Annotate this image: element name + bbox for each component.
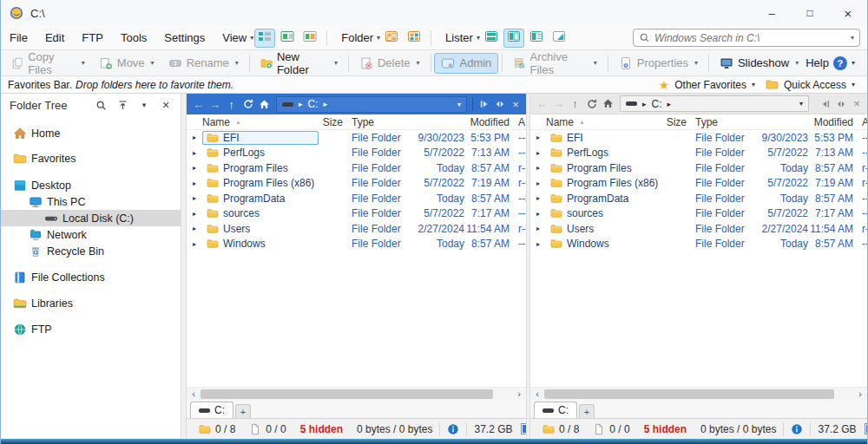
table-row-perflogs[interactable]: ▸ PerfLogs File Folder 5/7/2022 7:13 AM … (530, 146, 867, 161)
breadcrumb[interactable]: ▸ C: ▸ ▾ (276, 96, 467, 113)
breadcrumb-drive-label[interactable]: C: (308, 98, 319, 110)
minimize-button[interactable]: – (753, 0, 791, 26)
close-pane-icon[interactable]: × (509, 97, 523, 111)
view-button-view-tiles-icon[interactable] (299, 29, 320, 48)
forward-icon[interactable]: → (550, 95, 567, 112)
column-name[interactable]: Name▲ (530, 116, 662, 128)
column-name[interactable]: Name▲ (187, 116, 319, 128)
table-row-program-files-x86[interactable]: ▸ Program Files (x86) File Folder 5/7/20… (187, 176, 526, 192)
table-row-program-files-x86[interactable]: ▸ Program Files (x86) File Folder 5/7/20… (530, 176, 867, 192)
column-type[interactable]: Type (687, 116, 756, 128)
table-row-programdata[interactable]: ▸ ProgramData File Folder Today 8:57 AM … (530, 191, 867, 206)
menu-tools[interactable]: Tools (112, 31, 155, 44)
menu-file[interactable]: File (1, 31, 36, 44)
breadcrumb-dropdown-icon[interactable]: ▾ (457, 101, 461, 108)
scrollbar-thumb[interactable] (544, 389, 834, 399)
close-panel-icon[interactable]: × (160, 99, 172, 111)
chevron-down-icon[interactable]: ▾ (138, 99, 150, 111)
expand-chevron-icon[interactable]: ▸ (187, 240, 202, 248)
toolbar-delete-button[interactable]: Delete▾ (352, 53, 427, 74)
table-row-program-files[interactable]: ▸ Program Files File Folder Today 8:57 A… (530, 160, 867, 176)
scrollbar-thumb[interactable] (201, 389, 493, 399)
close-button[interactable]: × (829, 0, 867, 26)
expand-chevron-icon[interactable]: ▸ (187, 210, 202, 218)
horizontal-scrollbar[interactable]: ‹ › (530, 387, 867, 400)
search-box[interactable]: ▾ (633, 29, 860, 47)
column-size[interactable]: Size (662, 116, 687, 128)
collapse-all-icon[interactable] (116, 99, 128, 111)
column-attr[interactable]: A (853, 116, 867, 128)
up-icon[interactable]: ↑ (567, 95, 583, 112)
folder-button-folder-grid-alt-icon[interactable] (404, 29, 424, 48)
view-menu[interactable]: View ▾ (222, 31, 253, 44)
toolbar-properties-button[interactable]: Properties▾ (612, 53, 705, 74)
lister-button-preview-pane-icon[interactable] (549, 29, 569, 48)
lister-menu[interactable]: Lister ▾ (445, 31, 480, 44)
maximize-pane-icon[interactable] (819, 97, 832, 111)
table-row-programdata[interactable]: ▸ ProgramData File Folder Today 8:57 AM … (187, 191, 526, 206)
search-icon[interactable] (95, 99, 107, 111)
expand-chevron-icon[interactable]: ▸ (187, 180, 202, 187)
expand-chevron-icon[interactable]: ▸ (530, 164, 546, 172)
toolbar-move-button[interactable]: Move▾ (92, 53, 161, 74)
back-icon[interactable]: ← (190, 96, 207, 113)
swap-panes-icon[interactable] (493, 97, 507, 111)
other-favorites-button[interactable]: Other Favorites (674, 79, 746, 91)
toolbar-rename-button[interactable]: Rename▾ (161, 53, 246, 74)
lister-button-split-horizontal-icon[interactable] (481, 29, 502, 48)
expand-chevron-icon[interactable]: ▸ (530, 149, 546, 157)
expand-chevron-icon[interactable]: ▸ (187, 164, 202, 172)
tab-c-drive[interactable]: C: (190, 402, 233, 418)
toolbar-copy-files-button[interactable]: Copy Files▾ (4, 47, 92, 80)
view-button-view-list-icon[interactable] (254, 29, 275, 48)
info-group[interactable] (784, 423, 810, 435)
toolbar-archive-files-button[interactable]: Archive Files▾ (506, 47, 604, 80)
favorites-bar[interactable]: Favorites Bar. Drop folders here to favo… (1, 76, 867, 94)
help-button[interactable]: Help ? ▾ (806, 56, 864, 70)
tree-item-recycle-bin[interactable]: Recycle Bin (1, 243, 181, 259)
tree-item-favorites[interactable]: Favorites (1, 150, 181, 166)
menu-settings[interactable]: Settings (155, 31, 214, 44)
back-icon[interactable]: ← (534, 95, 550, 112)
column-attr[interactable]: A (510, 116, 526, 128)
expand-chevron-icon[interactable]: ▸ (187, 149, 202, 157)
tree-item-local-disk-c[interactable]: Local Disk (C:) (1, 210, 181, 226)
tree-item-network[interactable]: Network (1, 226, 181, 243)
lister-button-split-vertical-icon[interactable] (503, 29, 524, 48)
table-row-efi[interactable]: ▸ EFI File Folder 9/30/2023 5:53 PM --- (187, 130, 526, 146)
up-icon[interactable]: ↑ (223, 96, 240, 113)
expand-chevron-icon[interactable]: ▸ (187, 225, 202, 232)
table-row-sources[interactable]: ▸ sources File Folder 5/7/2022 7:17 AM -… (187, 206, 526, 222)
scroll-right-icon[interactable]: › (512, 388, 526, 399)
column-modified[interactable]: Modified (412, 116, 510, 128)
expand-chevron-icon[interactable]: ▸ (530, 134, 546, 141)
search-input[interactable] (654, 32, 851, 44)
expand-chevron-icon[interactable]: ▸ (530, 240, 546, 248)
breadcrumb-dropdown-icon[interactable]: ▾ (799, 100, 803, 108)
lister-button-single-pane-icon[interactable] (526, 29, 547, 48)
scrollbar-track[interactable] (544, 389, 853, 399)
table-row-sources[interactable]: ▸ sources File Folder 5/7/2022 7:17 AM -… (530, 206, 867, 222)
table-row-perflogs[interactable]: ▸ PerfLogs File Folder 5/7/2022 7:13 AM … (187, 146, 526, 161)
close-pane-icon[interactable]: × (850, 97, 864, 111)
menu-ftp[interactable]: FTP (73, 31, 112, 44)
swap-panes-icon[interactable] (834, 97, 848, 111)
home-icon[interactable] (256, 96, 273, 113)
view-button-view-details-icon[interactable] (277, 29, 298, 48)
scroll-left-icon[interactable]: ‹ (530, 388, 544, 399)
refresh-icon[interactable] (583, 95, 600, 112)
toolbar-new-folder-button[interactable]: New Folder▾ (253, 47, 345, 80)
maximize-pane-icon[interactable] (477, 97, 491, 111)
tree-item-desktop[interactable]: Desktop (1, 177, 181, 193)
expand-chevron-icon[interactable]: ▸ (187, 194, 202, 202)
tree-item-home[interactable]: Home (1, 125, 181, 141)
info-group[interactable] (440, 423, 466, 435)
table-row-windows[interactable]: ▸ Windows File Folder Today 8:57 AM --- (187, 237, 526, 252)
panel-splitter[interactable] (181, 94, 187, 439)
expand-chevron-icon[interactable]: ▸ (530, 210, 546, 218)
table-row-efi[interactable]: ▸ EFI File Folder 9/30/2023 5:53 PM --- (530, 130, 867, 146)
menu-edit[interactable]: Edit (36, 31, 73, 44)
table-row-program-files[interactable]: ▸ Program Files File Folder Today 8:57 A… (187, 160, 526, 176)
scrollbar-track[interactable] (201, 389, 512, 399)
breadcrumb-drive-label[interactable]: C: (652, 98, 662, 110)
